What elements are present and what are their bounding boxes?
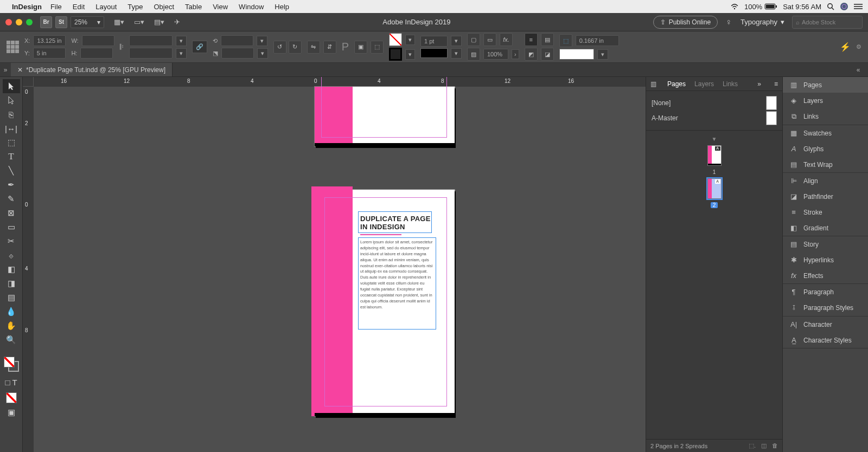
panel-menu-icon[interactable]: ≡ xyxy=(774,80,778,88)
panel-collapse-icon[interactable]: » xyxy=(757,80,761,88)
x-field[interactable]: 13.125 in xyxy=(33,35,66,46)
corner-options-button[interactable]: ◩ xyxy=(525,48,538,61)
zoom-dropdown[interactable]: 25%▾ xyxy=(71,16,104,28)
rotate-cw-button[interactable]: ↻ xyxy=(289,41,302,54)
workspace-dropdown[interactable]: Typography▾ xyxy=(741,18,784,26)
shear-field[interactable] xyxy=(221,48,254,59)
spread-1[interactable] xyxy=(315,87,455,146)
page-1-thumb[interactable]: A xyxy=(707,145,722,166)
rectangle-tool[interactable]: ▭ xyxy=(3,220,20,234)
dock-stroke[interactable]: ≡Stroke xyxy=(783,204,868,220)
master-a-row[interactable]: A-Master xyxy=(652,111,777,126)
dock-pages[interactable]: ▥Pages xyxy=(783,77,868,93)
scissors-tool[interactable]: ✂ xyxy=(3,234,20,248)
master-none-row[interactable]: [None] xyxy=(652,95,777,111)
corner-inverse-button[interactable]: ◪ xyxy=(541,48,554,61)
menu-type[interactable]: Type xyxy=(127,3,143,11)
dock-pathfinder[interactable]: ◪Pathfinder xyxy=(783,189,868,204)
pen-tool[interactable]: ✒ xyxy=(3,178,20,192)
flip-v-button[interactable]: ⇵ xyxy=(323,41,336,54)
zoom-tool[interactable]: 🔍 xyxy=(3,333,20,347)
delete-page-button[interactable]: 🗑 xyxy=(772,442,778,449)
screen-mode-icon[interactable]: ▭▾ xyxy=(134,18,144,26)
minimize-window-button[interactable] xyxy=(16,19,22,25)
view-options-icon[interactable]: ▦▾ xyxy=(114,18,124,26)
flip-h-button[interactable]: ⇋ xyxy=(307,41,320,54)
menu-view[interactable]: View xyxy=(213,3,228,11)
vertical-ruler[interactable]: 0 2 0 4 8 xyxy=(23,87,34,452)
dim-link-icon[interactable]: ⬚ xyxy=(559,34,572,47)
reference-point-grid[interactable] xyxy=(7,41,19,53)
dock-align[interactable]: ⊫Align xyxy=(783,173,868,189)
stroke-weight-field[interactable]: 1 pt xyxy=(420,36,448,47)
pencil-tool[interactable]: ✎ xyxy=(3,192,20,206)
dock-layers[interactable]: ◈Layers xyxy=(783,93,868,108)
spotlight-icon[interactable] xyxy=(827,3,834,10)
menu-layout[interactable]: Layout xyxy=(95,3,117,11)
direct-selection-tool[interactable] xyxy=(3,93,20,107)
wrap-none-button[interactable]: ≡ xyxy=(525,33,538,46)
link-scale-icon[interactable]: 🔗 xyxy=(192,41,207,53)
siri-icon[interactable] xyxy=(840,2,848,11)
panel-settings-icon[interactable]: ⚙ xyxy=(856,43,861,50)
stock-badge[interactable]: St xyxy=(55,16,67,28)
drop-shadow-button[interactable]: ▨ xyxy=(467,48,480,61)
bridge-badge[interactable]: Br xyxy=(40,16,52,28)
fill-swatch[interactable] xyxy=(389,33,402,46)
collapse-panels-icon[interactable]: « xyxy=(853,66,864,74)
fullscreen-window-button[interactable] xyxy=(26,19,33,25)
menu-help[interactable]: Help xyxy=(275,3,289,11)
h-field[interactable] xyxy=(80,48,113,59)
dock-character-styles[interactable]: A̲Character Styles xyxy=(783,332,868,348)
constrain-icon[interactable]: 𝄆 xyxy=(120,42,124,51)
page-2-thumb[interactable]: A xyxy=(707,178,722,199)
tab-layers[interactable]: Layers xyxy=(694,80,714,88)
spread-2[interactable]: DUPLICATE A PAGEIN INDESIGN Lorem ipsum … xyxy=(315,190,455,416)
tab-pages[interactable]: Pages xyxy=(667,80,686,88)
close-tab-icon[interactable]: ✕ xyxy=(17,66,23,74)
app-name-menu[interactable]: InDesign xyxy=(12,3,42,11)
select-content-button[interactable]: ⬚ xyxy=(371,41,384,54)
effects-button[interactable]: fx. xyxy=(500,33,513,46)
scale-y-field[interactable] xyxy=(129,48,173,59)
dock-paragraph-styles[interactable]: ⫱Paragraph Styles xyxy=(783,300,868,316)
type-tool[interactable]: T xyxy=(3,150,20,164)
control-center-icon[interactable] xyxy=(854,3,863,10)
w-field[interactable] xyxy=(82,35,114,46)
dock-text-wrap[interactable]: ▤Text Wrap xyxy=(783,157,868,172)
close-window-button[interactable] xyxy=(5,19,12,25)
fit-frame-button[interactable]: ▭ xyxy=(483,33,496,46)
hand-tool[interactable]: ✋ xyxy=(3,319,20,333)
gpu-icon[interactable]: ✈ xyxy=(174,18,180,26)
rotate-ccw-button[interactable]: ↺ xyxy=(273,41,286,54)
screen-mode-toggle[interactable]: ▣ xyxy=(3,405,20,419)
menu-file[interactable]: File xyxy=(50,3,62,11)
stock-search-input[interactable]: ⌕Adobe Stock xyxy=(792,16,863,29)
edit-page-size-button[interactable]: ⬚. xyxy=(749,442,756,449)
menu-edit[interactable]: Edit xyxy=(73,3,85,11)
new-page-button[interactable]: ◫ xyxy=(761,442,767,449)
dock-gradient[interactable]: ◧Gradient xyxy=(783,220,868,236)
stroke-style-select[interactable] xyxy=(420,48,448,58)
note-tool[interactable]: ▤ xyxy=(3,290,20,305)
y-field[interactable]: 5 in xyxy=(33,48,66,59)
dock-hyperlinks[interactable]: ✱Hyperlinks xyxy=(783,252,868,268)
corner-size-field[interactable]: 0.1667 in xyxy=(576,35,619,46)
rectangle-frame-tool[interactable]: ⊠ xyxy=(3,206,20,220)
page-tool[interactable]: ⎘ xyxy=(3,107,20,121)
rotate-field[interactable] xyxy=(221,35,253,46)
free-transform-tool[interactable]: ⟐ xyxy=(3,248,20,262)
tab-links[interactable]: Links xyxy=(723,80,738,88)
dock-character[interactable]: A|Character xyxy=(783,317,868,332)
line-tool[interactable]: ╲ xyxy=(3,164,20,178)
auto-fit-button[interactable]: ▢ xyxy=(467,33,480,46)
menu-window[interactable]: Window xyxy=(239,3,264,11)
battery-status[interactable]: 100% xyxy=(744,3,777,11)
document-canvas[interactable]: 16 12 8 4 0 4 8 12 16 0 2 0 4 8 xyxy=(23,77,646,452)
opacity-field[interactable]: 100% xyxy=(483,49,508,60)
fill-stroke-proxy[interactable] xyxy=(4,357,19,372)
publish-online-button[interactable]: ⇪Publish Online xyxy=(653,16,718,29)
arrange-icon[interactable]: ▤▾ xyxy=(154,18,164,26)
formatting-affects-toggle[interactable]: □ T xyxy=(3,375,20,389)
quick-apply-icon[interactable]: ⚡ xyxy=(840,42,851,52)
